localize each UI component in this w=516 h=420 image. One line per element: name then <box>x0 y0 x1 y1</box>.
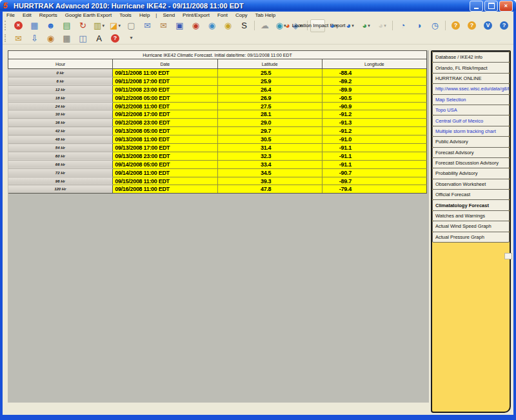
sidebar-item-http-www-ssec-wisc-edu-data-g8-lat[interactable]: http://www.ssec.wisc.edu/data/g8/lat <box>432 83 510 94</box>
sidebar-item-hurrtrak-online[interactable]: HURRTRAK ONLINE <box>432 73 510 84</box>
forecast-row[interactable]: 72 Hr09/14/2008 11:00 EDT34.5-90.7 <box>8 168 427 177</box>
forecast-row[interactable]: 18 Hr09/12/2008 05:00 EDT26.9-90.5 <box>8 94 427 102</box>
report-wind-icon[interactable]: ◕▾ <box>359 19 373 32</box>
chevron-down-icon[interactable]: ▾ <box>384 23 386 28</box>
menu-print-export[interactable]: Print/Export <box>179 12 213 18</box>
chevron-down-icon[interactable]: ▾ <box>368 23 370 28</box>
report-summary-icon[interactable]: ◕▾ <box>342 19 357 32</box>
sidebar-item-topo-usa[interactable]: Topo USA <box>432 105 510 115</box>
location-impact-report-button[interactable]: ◕Location Impact Report▾ <box>310 19 325 32</box>
sidebar-item-official-forecast[interactable]: Official Forecast <box>432 189 510 200</box>
sidebar-item-forecast-discussion-advisory[interactable]: Forecast Discussion Advisory <box>432 157 510 168</box>
notes-icon[interactable]: ▤ <box>59 19 74 32</box>
menu-google-earth-export[interactable]: Google Earth Export <box>61 12 115 18</box>
sidebar-item-forecast-advisory[interactable]: Forecast Advisory <box>432 147 510 158</box>
sidebar-item-database-ike42-info[interactable]: Database / IKE42 info <box>432 52 510 63</box>
forecast-row[interactable]: 48 Hr09/13/2008 11:00 EDT30.5-91.0 <box>8 135 427 144</box>
document-icon[interactable]: ▢ <box>124 19 139 32</box>
refresh-icon[interactable]: ↻ <box>75 19 90 32</box>
send-mail-icon[interactable]: ✉ <box>140 19 155 32</box>
menu-tab-help[interactable]: Tab Help <box>252 12 280 18</box>
weather-rain-icon[interactable]: ☁ <box>257 19 272 32</box>
v12-icon[interactable]: V <box>481 19 495 32</box>
toolbar-grip[interactable] <box>5 34 8 43</box>
sidebar-item-climatatology-forecast[interactable]: Climatatology Forecast <box>432 199 510 210</box>
send-mail-icon: ✉ <box>144 21 151 30</box>
forecast-row[interactable]: 36 Hr09/12/2008 23:00 EDT29.0-91.3 <box>8 119 427 127</box>
forecast-row[interactable]: 66 Hr09/14/2008 05:00 EDT33.4-91.1 <box>8 160 427 168</box>
sidebar-item-orlando-fl-risk-impact[interactable]: Orlando, FL Risk/Impact <box>432 62 510 73</box>
menu-tools[interactable]: Tools <box>115 12 135 18</box>
wizard-help-icon[interactable]: ? <box>448 19 463 32</box>
globe-yellow-icon[interactable]: ◉ <box>221 19 235 32</box>
report-disabled-icon[interactable]: ◕▾ <box>375 19 390 32</box>
chevron-down-icon[interactable]: ▾ <box>335 23 338 28</box>
close-button[interactable]: × <box>499 1 513 12</box>
sidebar-item-map-selection[interactable]: Map Selection <box>432 94 510 105</box>
forecast-row[interactable]: 0 Hr09/11/2008 11:00 EDT25.5-88.4 <box>8 69 427 77</box>
forecast-row[interactable]: 96 Hr09/15/2008 11:00 EDT39.3-89.7 <box>8 177 427 185</box>
toolbar-separator <box>254 21 255 30</box>
sidebar-item-actual-pressure-graph[interactable]: Actual Pressure Graph <box>432 232 510 243</box>
forecast-row[interactable]: 120 Hr09/16/2008 11:00 EDT47.8-79.4 <box>8 185 427 194</box>
cell-hour: 96 Hr <box>8 177 113 185</box>
report-round3-icon[interactable]: ◷ <box>428 19 442 32</box>
sidebar-item-public-advisory[interactable]: Public Advisory <box>432 136 510 147</box>
sidebar-item-probability-advisory[interactable]: Probability Advisory <box>432 168 510 179</box>
menu-send[interactable]: Send <box>159 12 179 18</box>
delete-icon[interactable]: × <box>11 19 26 32</box>
report-round1-icon[interactable]: ◔ <box>395 19 410 32</box>
report-location-icon[interactable]: ◕▾ <box>326 19 341 32</box>
forecast-row[interactable]: 24 Hr09/12/2008 11:00 EDT27.5-90.9 <box>8 102 427 110</box>
window-view-icon[interactable]: ▦ <box>27 19 42 32</box>
user-icon[interactable]: ☻ <box>43 19 58 32</box>
toolbar-overflow-icon[interactable]: ▾ <box>124 32 139 45</box>
menu-edit[interactable]: Edit <box>19 12 35 18</box>
import-icon[interactable]: ⇩ <box>27 32 42 45</box>
sidebar-resize-grip[interactable] <box>504 253 512 259</box>
open-mail-icon[interactable]: ✉ <box>11 32 26 45</box>
globe-blue-icon[interactable]: ◉ <box>204 19 219 32</box>
image-icon[interactable]: ▣ <box>172 19 187 32</box>
cell-date: 09/12/2008 05:00 EDT <box>113 94 217 102</box>
mail-forward-icon[interactable]: ✉ <box>156 19 171 32</box>
sidebar-item-central-gulf-of-mexico[interactable]: Central Gulf of Mexico <box>432 115 510 126</box>
help-red-icon[interactable]: ? <box>108 32 123 45</box>
forecast-row[interactable]: 42 Hr09/13/2008 05:00 EDT29.7-91.2 <box>8 127 427 135</box>
menu-font[interactable]: Font <box>213 12 232 18</box>
chevron-down-icon[interactable]: ▾ <box>102 23 104 28</box>
font-icon[interactable]: A <box>92 32 106 45</box>
menu-copy[interactable]: Copy <box>232 12 252 18</box>
forecast-row[interactable]: 54 Hr09/13/2008 17:00 EDT31.4-91.1 <box>8 144 427 152</box>
seal-icon[interactable]: ◉ <box>43 32 58 45</box>
print-icon[interactable]: ▦ <box>59 32 74 45</box>
cell-date: 09/14/2008 11:00 EDT <box>113 168 217 177</box>
report-round2-icon[interactable]: ◑ <box>412 19 426 32</box>
open-folder-icon[interactable]: ◪▾ <box>108 19 123 32</box>
wizard-help2-icon[interactable]: ? <box>464 19 479 32</box>
forecast-row[interactable]: 6 Hr09/11/2008 17:00 EDT25.9-89.2 <box>8 77 427 85</box>
minimize-button[interactable] <box>470 1 483 12</box>
forecast-row[interactable]: 30 Hr09/12/2008 17:00 EDT28.1-91.2 <box>8 110 427 119</box>
sidebar-item-actual-wind-speed-graph[interactable]: Actual Wind Speed Graph <box>432 221 510 232</box>
sidebar-item-watches-and-warnings[interactable]: Watches and Warnings <box>432 210 510 221</box>
image-icon: ▣ <box>175 21 183 30</box>
forecast-row[interactable]: 12 Hr09/11/2008 23:00 EDT26.4-89.9 <box>8 85 427 94</box>
database-icon[interactable]: ▥▾ <box>92 19 106 32</box>
menu-reports[interactable]: Reports <box>35 12 61 18</box>
copy-icon[interactable]: ◫ <box>75 32 90 45</box>
menu-help[interactable]: Help <box>135 12 154 18</box>
toolbar-grip[interactable] <box>5 21 8 30</box>
hurricane-symbol-icon[interactable]: S <box>237 19 252 32</box>
forecast-row[interactable]: 60 Hr09/13/2008 23:00 EDT32.3-91.1 <box>8 152 427 160</box>
sidebar-item-multiple-storm-tracking-chart[interactable]: Multiple storm tracking chart <box>432 126 510 137</box>
chevron-down-icon[interactable]: ▾ <box>118 23 121 28</box>
help-icon[interactable]: ? <box>497 19 511 32</box>
menu-file[interactable]: File <box>3 12 19 18</box>
toolbar-overflow-icon[interactable]: ▾ <box>513 19 516 32</box>
maximize-button[interactable] <box>484 1 498 12</box>
chevron-down-icon[interactable]: ▾ <box>352 23 354 28</box>
globe-red-icon[interactable]: ◉ <box>188 19 203 32</box>
title-bar[interactable]: 5 HURRTRAK Advanced 2010: Hurricane IKE4… <box>0 0 516 12</box>
sidebar-item-observation-worksheet[interactable]: Observation Worksheet <box>432 179 510 190</box>
